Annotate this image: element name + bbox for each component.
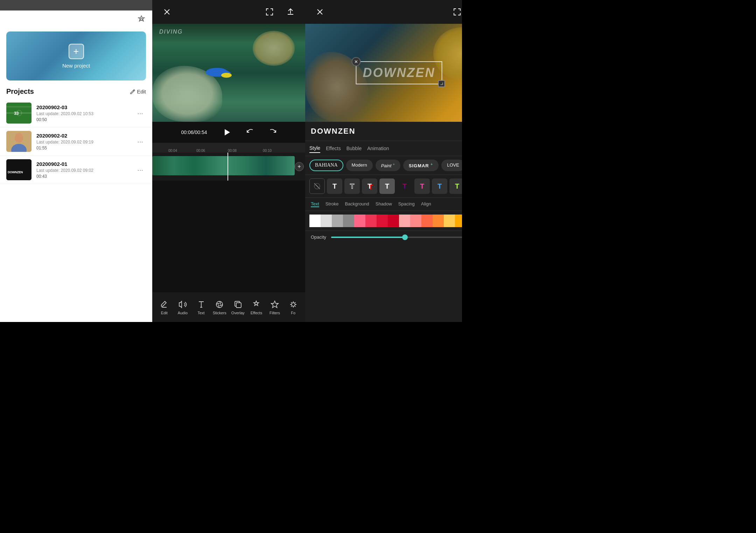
tool-text-label: Text [197, 311, 204, 315]
text-icon [196, 300, 206, 309]
video-track[interactable] [152, 156, 295, 175]
ruler-label: 00:04 [168, 149, 177, 153]
text-overlay-close[interactable]: ✕ [352, 57, 361, 66]
right-fullscreen-button[interactable] [451, 6, 462, 18]
tool-text[interactable]: Text [192, 300, 210, 315]
tool-fo[interactable]: Fo [284, 300, 302, 315]
rewind-button[interactable] [244, 126, 256, 139]
color-swatch[interactable] [365, 215, 377, 227]
text-input-field[interactable] [311, 127, 462, 136]
tab-animation[interactable]: Animation [367, 144, 389, 153]
share-button[interactable] [284, 6, 297, 18]
color-swatch[interactable] [309, 215, 321, 227]
play-button[interactable] [220, 126, 233, 139]
project-item[interactable]: 20200902-02 Last update: 2020.09.02 09:1… [0, 127, 152, 156]
forward-button[interactable] [267, 126, 279, 139]
color-swatch[interactable] [354, 215, 365, 227]
projects-header: Projects Edit [0, 87, 152, 96]
color-swatch[interactable] [332, 215, 343, 227]
color-swatch[interactable] [433, 215, 444, 227]
svg-rect-4 [6, 106, 31, 107]
edit-projects-button[interactable]: Edit [130, 89, 146, 94]
project-date: Last update: 2020.09.02 09:02 [36, 168, 134, 173]
settings-button[interactable] [135, 13, 147, 25]
color-swatch[interactable] [399, 215, 410, 227]
style-outline-button[interactable]: T [344, 178, 360, 194]
font-preset-modern[interactable]: Modern [346, 160, 373, 171]
project-thumbnail: DOWNZEN [6, 159, 31, 180]
font-preset-sigmar[interactable]: SIGMAR + [403, 160, 439, 171]
style-stroke-button[interactable]: T [414, 178, 430, 194]
fullscreen-button[interactable] [263, 6, 276, 18]
project-name: 20200902-02 [36, 133, 134, 139]
new-project-button[interactable]: + New project [6, 31, 146, 80]
edit-icon [159, 300, 169, 309]
style-outline2-button[interactable]: T [432, 178, 447, 194]
project-menu-button[interactable]: ··· [134, 108, 146, 119]
bottom-toolbar: Edit Audio Text [152, 292, 305, 322]
font-preset-bahiana[interactable]: BAHIANA [309, 160, 343, 171]
tab-effects[interactable]: Effects [326, 144, 341, 153]
style-color-button[interactable]: T [449, 178, 462, 194]
style-gradient-button[interactable]: T [397, 178, 412, 194]
project-thumbnail: 33 [6, 103, 31, 124]
no-style-button[interactable] [309, 178, 325, 194]
subtab-align[interactable]: Align [421, 201, 431, 207]
project-menu-button[interactable]: ··· [134, 136, 146, 147]
fish-yellow [221, 73, 232, 78]
text-resize-handle[interactable] [438, 80, 445, 87]
style-fill-button[interactable]: T [379, 178, 395, 194]
tool-overlay[interactable]: Overlay [229, 300, 247, 315]
text-overlay-box[interactable]: ✕ DOWNZEN [356, 61, 442, 84]
opacity-slider[interactable] [331, 237, 462, 238]
ruler-label: 00:10 [263, 149, 272, 153]
project-info: 20200902-01 Last update: 2020.09.02 09:0… [36, 161, 134, 179]
project-menu-button[interactable]: ··· [134, 164, 146, 175]
svg-point-19 [292, 303, 295, 306]
color-swatch[interactable] [421, 215, 433, 227]
tool-stickers[interactable]: Stickers [210, 300, 229, 315]
project-item[interactable]: 33 20200902-03 Last update: 2020.09.02 1… [0, 99, 152, 127]
color-swatch[interactable] [410, 215, 421, 227]
tab-bubble[interactable]: Bubble [346, 144, 362, 153]
tool-filters[interactable]: Filters [266, 300, 284, 315]
text-input-row [305, 122, 462, 141]
fo-icon [288, 300, 298, 309]
project-item[interactable]: DOWNZEN 20200902-01 Last update: 2020.09… [0, 156, 152, 184]
add-track-button[interactable]: + [295, 162, 304, 171]
timeline-track: + [152, 153, 305, 181]
tool-audio[interactable]: Audio [174, 300, 192, 315]
font-preset-love[interactable]: LOVE [441, 160, 462, 171]
svg-text:DOWNZEN: DOWNZEN [8, 170, 23, 174]
svg-point-8 [15, 133, 23, 143]
subtab-spacing[interactable]: Spacing [398, 201, 415, 207]
color-swatch[interactable] [388, 215, 399, 227]
style-shadow-button[interactable]: T [362, 178, 377, 194]
subtab-stroke[interactable]: Stroke [326, 201, 339, 207]
right-video-preview: ✕ DOWNZEN [305, 24, 462, 122]
color-swatch[interactable] [444, 215, 455, 227]
tool-effects[interactable]: Effects [247, 300, 265, 315]
project-duration: 00:43 [36, 174, 134, 179]
tool-edit[interactable]: Edit [155, 300, 173, 315]
svg-rect-17 [236, 303, 241, 308]
font-preset-paint[interactable]: Paint + [376, 160, 400, 171]
opacity-thumb [402, 234, 408, 240]
subtab-background[interactable]: Background [345, 201, 369, 207]
subtab-text[interactable]: Text [311, 201, 319, 207]
svg-point-15 [216, 301, 223, 308]
color-swatch[interactable] [455, 215, 462, 227]
opacity-label: Opacity [311, 234, 326, 240]
project-date: Last update: 2020.09.02 10:53 [36, 111, 134, 116]
style-bold-button[interactable]: T [327, 178, 342, 194]
project-info: 20200902-03 Last update: 2020.09.02 10:5… [36, 104, 134, 122]
color-swatch[interactable] [377, 215, 388, 227]
right-close-button[interactable] [314, 6, 326, 18]
close-button[interactable] [161, 6, 173, 18]
project-name: 20200902-01 [36, 161, 134, 167]
color-swatch[interactable] [321, 215, 332, 227]
video-preview: DIVING [152, 24, 305, 122]
tab-style[interactable]: Style [309, 144, 320, 153]
color-swatch[interactable] [343, 215, 354, 227]
subtab-shadow[interactable]: Shadow [376, 201, 392, 207]
